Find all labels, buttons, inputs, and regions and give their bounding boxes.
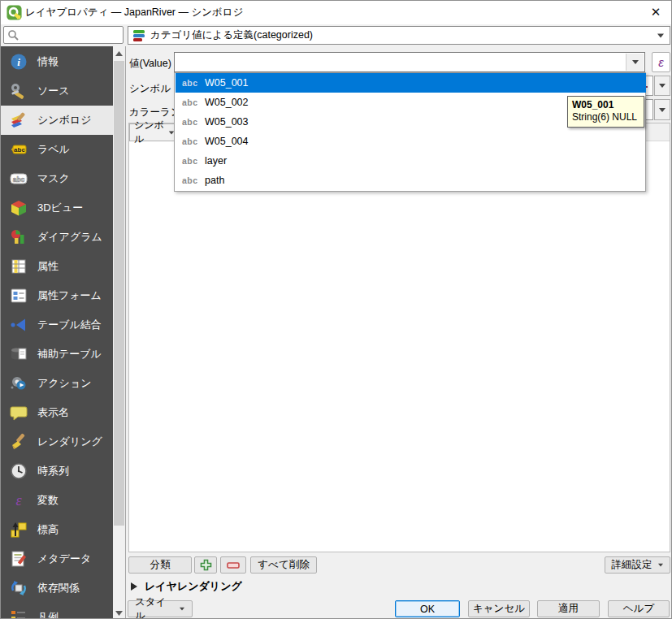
- properties-sidebar: i 情報 ソース シンボロジ abc ラベル abc マスク 3Dビュー ダイア…: [1, 46, 113, 619]
- dropdown-item-label: W05_004: [198, 136, 249, 147]
- sidebar-item-source[interactable]: ソース: [1, 76, 113, 106]
- epsilon-icon: ε: [658, 55, 664, 69]
- sidebar-item-label: レンダリング: [37, 435, 102, 449]
- chevron-down-icon: [180, 608, 184, 611]
- variables-icon: ε: [9, 491, 28, 510]
- chevron-down-icon: [659, 108, 665, 112]
- chevron-down-icon: [632, 60, 639, 64]
- color-ramp-dropdown-button[interactable]: [654, 99, 670, 120]
- cancel-button[interactable]: キャンセル: [468, 600, 530, 617]
- panel-divider: [125, 46, 126, 619]
- add-category-button[interactable]: [194, 556, 217, 574]
- svg-text:abc: abc: [14, 146, 25, 154]
- sidebar-item-label: ダイアグラム: [37, 230, 102, 245]
- classify-button[interactable]: 分類: [128, 556, 192, 574]
- string-field-icon: abc: [176, 97, 198, 107]
- sidebar-item-joins[interactable]: テーブル結合: [1, 310, 113, 340]
- sidebar-item-masks[interactable]: abc マスク: [1, 164, 113, 193]
- string-field-icon: abc: [176, 117, 198, 127]
- sidebar-item-symbology[interactable]: シンボロジ: [1, 106, 113, 135]
- temporal-icon: [9, 461, 28, 481]
- scroll-down-icon[interactable]: [113, 606, 125, 619]
- string-field-icon: abc: [176, 175, 198, 185]
- close-icon[interactable]: ✕: [647, 4, 665, 20]
- sidebar-item-label: テーブル結合: [37, 318, 102, 332]
- dropdown-item[interactable]: abc path: [176, 171, 646, 190]
- search-input[interactable]: [3, 26, 124, 44]
- sidebar-item-label: 補助テーブル: [37, 347, 102, 361]
- symbol-column-label: シンボル: [134, 119, 168, 146]
- svg-text:abc: abc: [13, 175, 25, 184]
- sidebar-item-label: マスク: [37, 171, 70, 186]
- sidebar-item-auxiliary-storage[interactable]: 補助テーブル: [1, 340, 113, 369]
- sidebar-item-elevation[interactable]: 標高: [1, 515, 113, 544]
- sidebar-item-label: 属性: [37, 259, 59, 274]
- cancel-label: キャンセル: [473, 602, 525, 616]
- sidebar-item-attributes[interactable]: 属性: [1, 252, 113, 281]
- sidebar-item-metadata[interactable]: メタデータ: [1, 544, 113, 574]
- auxiliary-table-icon: [9, 344, 28, 364]
- tooltip-title: W05_001: [572, 99, 639, 111]
- layer-rendering-section[interactable]: レイヤレンダリング: [131, 579, 242, 594]
- apply-label: 適用: [558, 602, 579, 616]
- scroll-up-icon[interactable]: [113, 46, 125, 60]
- sidebar-item-label: 凡例: [37, 610, 59, 619]
- symbol-dropdown-button[interactable]: [654, 76, 670, 96]
- help-button[interactable]: ヘルプ: [608, 600, 670, 617]
- sidebar-item-attributes-form[interactable]: 属性フォーム: [1, 281, 113, 310]
- classify-label: 分類: [150, 558, 171, 572]
- ok-button[interactable]: OK: [395, 600, 460, 617]
- dropdown-item-label: path: [198, 175, 224, 186]
- expression-builder-button[interactable]: ε: [652, 52, 670, 72]
- layer-rendering-label: レイヤレンダリング: [145, 579, 242, 594]
- layer-properties-dialog: レイヤプロパティ — JapanRiver — シンボロジ ✕ カテゴリ値による…: [0, 0, 672, 619]
- sidebar-item-labels[interactable]: abc ラベル: [1, 135, 113, 164]
- symbol-column-header[interactable]: シンボル: [129, 123, 180, 141]
- sidebar-item-actions[interactable]: アクション: [1, 369, 113, 398]
- attributes-icon: [9, 257, 28, 276]
- dropdown-item[interactable]: abc layer: [176, 151, 646, 171]
- scrollbar-thumb[interactable]: [114, 61, 124, 526]
- sidebar-scrollbar[interactable]: [113, 46, 125, 619]
- dropdown-item-label: W05_003: [198, 116, 249, 128]
- value-combo-arrow[interactable]: [626, 54, 644, 71]
- sidebar-item-label: アクション: [37, 376, 92, 391]
- remove-category-button[interactable]: [220, 556, 246, 574]
- dropdown-item[interactable]: abc W05_001: [176, 73, 646, 93]
- chevron-down-icon: [659, 84, 665, 88]
- renderer-type-combo[interactable]: カテゴリ値による定義(categorized): [128, 26, 670, 45]
- advanced-button[interactable]: 詳細設定: [605, 556, 670, 574]
- source-icon: [9, 81, 28, 101]
- sidebar-item-information[interactable]: i 情報: [1, 47, 113, 76]
- sidebar-item-legend[interactable]: 凡例: [1, 603, 113, 619]
- apply-button[interactable]: 適用: [537, 600, 600, 617]
- rendering-icon: [9, 432, 28, 452]
- elevation-icon: [9, 520, 28, 539]
- legend-icon: [9, 608, 28, 619]
- sidebar-item-dependencies[interactable]: 依存関係: [1, 574, 113, 603]
- sidebar-item-rendering[interactable]: レンダリング: [1, 427, 113, 457]
- delete-all-button[interactable]: すべて削除: [250, 556, 317, 574]
- sidebar-item-diagrams[interactable]: ダイアグラム: [1, 223, 113, 252]
- value-combo[interactable]: [174, 52, 645, 72]
- sidebar-item-temporal[interactable]: 時系列: [1, 457, 113, 486]
- sidebar-item-label: 情報: [37, 54, 59, 69]
- string-field-icon: abc: [176, 78, 198, 88]
- sidebar-item-variables[interactable]: ε 変数: [1, 486, 113, 515]
- minus-icon: [227, 562, 240, 569]
- dropdown-item-label: layer: [198, 155, 227, 167]
- display-name-icon: [9, 403, 28, 422]
- sidebar-item-3d-view[interactable]: 3Dビュー: [1, 193, 113, 223]
- sidebar-item-display[interactable]: 表示名: [1, 398, 113, 427]
- dropdown-item[interactable]: abc W05_004: [176, 132, 646, 151]
- sidebar-item-label: シンボロジ: [37, 113, 92, 128]
- style-button[interactable]: スタイル: [128, 600, 193, 617]
- chevron-down-icon: [658, 564, 663, 567]
- advanced-label: 詳細設定: [612, 558, 652, 572]
- chevron-down-icon: [657, 33, 664, 37]
- sidebar-item-label: 3Dビュー: [37, 201, 83, 215]
- plus-icon: [200, 559, 212, 571]
- delete-all-label: すべて削除: [258, 558, 309, 572]
- symbology-icon: [9, 110, 28, 130]
- svg-text:i: i: [17, 56, 20, 68]
